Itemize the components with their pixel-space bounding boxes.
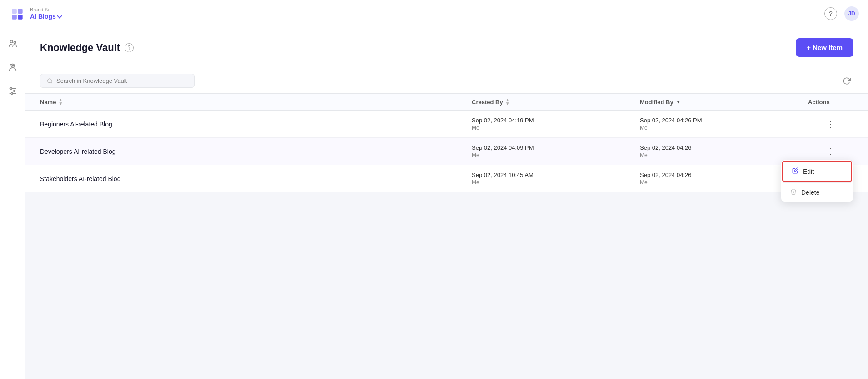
edit-icon bbox=[792, 167, 798, 175]
row-actions-button-1[interactable]: ⋮ bbox=[824, 118, 837, 131]
top-nav: Brand Kit AI Blogs ? JD bbox=[0, 0, 868, 27]
sidebar-item-settings[interactable] bbox=[4, 82, 22, 100]
table-header: Name ▲▼ Created By ▲▼ Modified By ▼ Acti… bbox=[25, 94, 868, 111]
cell-name-2: Developers AI-related Blog bbox=[40, 138, 472, 165]
svg-point-12 bbox=[13, 90, 15, 92]
brand-name-dropdown[interactable]: AI Blogs bbox=[30, 13, 61, 20]
cell-created-1: Sep 02, 2024 04:19 PM Me bbox=[472, 111, 640, 137]
col-header-modified[interactable]: Modified By ▼ bbox=[640, 98, 808, 106]
cell-modified-1: Sep 02, 2024 04:26 PM Me bbox=[640, 111, 808, 137]
table-row: Stakeholders AI-related Blog Sep 02, 202… bbox=[25, 165, 868, 192]
help-button[interactable]: ? bbox=[824, 7, 837, 20]
svg-rect-1 bbox=[18, 9, 22, 14]
cell-actions-2: ⋮ Edit bbox=[808, 138, 853, 165]
top-nav-right: ? JD bbox=[824, 6, 859, 21]
col-header-created[interactable]: Created By ▲▼ bbox=[472, 98, 640, 106]
col-header-name[interactable]: Name ▲▼ bbox=[40, 98, 472, 106]
brand-section: Brand Kit AI Blogs bbox=[9, 5, 61, 22]
sidebar-item-people[interactable] bbox=[4, 35, 22, 53]
context-menu-edit[interactable]: Edit bbox=[782, 161, 852, 182]
toolbar bbox=[25, 68, 868, 94]
content-area: Knowledge Vault ? + New Item bbox=[25, 27, 868, 379]
col-header-actions: Actions bbox=[808, 98, 853, 106]
search-icon bbox=[47, 78, 53, 84]
sort-created-icon: ▲▼ bbox=[505, 98, 510, 106]
page-title-group: Knowledge Vault ? bbox=[40, 42, 134, 54]
page-title: Knowledge Vault bbox=[40, 42, 120, 54]
sort-modified-active-icon: ▼ bbox=[676, 99, 681, 105]
svg-point-11 bbox=[10, 88, 12, 90]
brand-text: Brand Kit AI Blogs bbox=[30, 7, 61, 20]
svg-point-5 bbox=[14, 41, 16, 44]
search-box bbox=[40, 74, 195, 88]
page-help-icon[interactable]: ? bbox=[125, 43, 134, 52]
sidebar-item-ai[interactable] bbox=[4, 58, 22, 76]
cell-name-3: Stakeholders AI-related Blog bbox=[40, 165, 472, 192]
cell-created-2: Sep 02, 2024 04:09 PM Me bbox=[472, 138, 640, 165]
context-menu-delete[interactable]: Delete bbox=[781, 183, 853, 202]
svg-point-4 bbox=[10, 40, 13, 43]
svg-rect-3 bbox=[18, 15, 22, 20]
sidebar bbox=[0, 27, 25, 379]
sort-name-icon: ▲▼ bbox=[58, 98, 63, 106]
search-input[interactable] bbox=[56, 77, 188, 84]
context-menu: Edit bbox=[781, 160, 853, 202]
refresh-button[interactable] bbox=[840, 74, 853, 88]
cell-name: Beginners AI-related Blog bbox=[40, 111, 472, 137]
cell-actions-1: ⋮ bbox=[808, 111, 853, 137]
chevron-down-icon bbox=[57, 13, 62, 18]
svg-point-14 bbox=[48, 79, 52, 83]
brand-kit-label: Brand Kit bbox=[30, 7, 61, 13]
data-table: Name ▲▼ Created By ▲▼ Modified By ▼ Acti… bbox=[25, 94, 868, 192]
brand-icon bbox=[9, 5, 25, 22]
svg-point-7 bbox=[12, 65, 13, 66]
svg-line-15 bbox=[51, 82, 52, 83]
table-row: Beginners AI-related Blog Sep 02, 2024 0… bbox=[25, 111, 868, 138]
user-avatar[interactable]: JD bbox=[844, 6, 859, 21]
delete-icon bbox=[790, 188, 797, 196]
table-row: Developers AI-related Blog Sep 02, 2024 … bbox=[25, 138, 868, 165]
row-actions-button-2[interactable]: ⋮ bbox=[824, 145, 837, 158]
svg-rect-0 bbox=[12, 9, 16, 14]
cell-created-3: Sep 02, 2024 10:45 AM Me bbox=[472, 165, 640, 192]
svg-point-13 bbox=[11, 93, 13, 95]
svg-rect-2 bbox=[12, 15, 16, 20]
new-item-button[interactable]: + New Item bbox=[796, 38, 853, 57]
page-header: Knowledge Vault ? + New Item bbox=[25, 27, 868, 68]
main-layout: Knowledge Vault ? + New Item bbox=[0, 27, 868, 379]
